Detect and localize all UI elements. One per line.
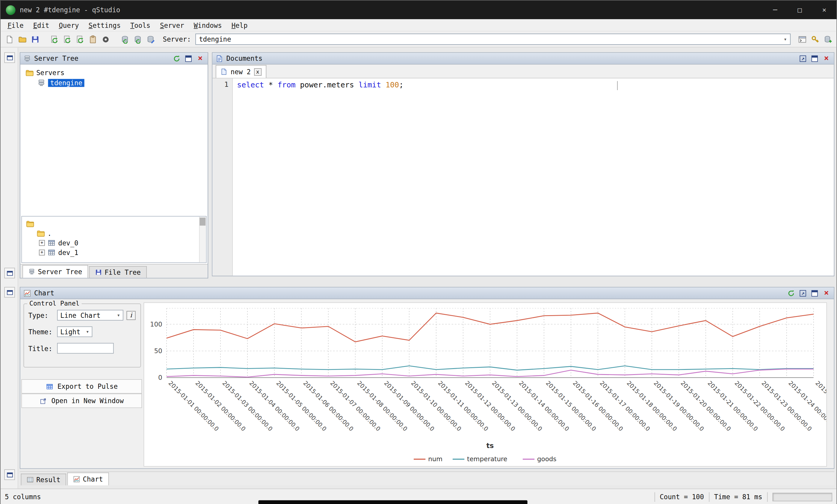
- chart-type-row: Type: Line Chart ▾ i: [28, 310, 140, 320]
- key-icon[interactable]: [809, 34, 820, 44]
- run-line-icon[interactable]: [61, 34, 72, 44]
- menu-item-settings[interactable]: Settings: [84, 20, 126, 30]
- dock-restore-bottom-button[interactable]: [4, 287, 15, 298]
- line-number: 1: [225, 80, 229, 89]
- expand-icon[interactable]: +: [39, 249, 45, 255]
- tab-new-2[interactable]: new 2 x: [216, 65, 266, 78]
- new-document-icon[interactable]: [4, 34, 15, 44]
- chart-theme-select[interactable]: Light ▾: [57, 326, 93, 337]
- menu-item-query[interactable]: Query: [54, 20, 84, 30]
- tab-chart[interactable]: Chart: [67, 472, 109, 485]
- sql-editor[interactable]: 1 select * from power.meters limit 100;: [212, 78, 834, 276]
- toolbar: Server: tdengine ▾: [1, 32, 837, 47]
- popout-panel-icon[interactable]: ↗: [799, 54, 807, 63]
- scrollbar-thumb[interactable]: [199, 218, 206, 226]
- tab-file-tree[interactable]: File Tree: [89, 266, 146, 278]
- status-divider: [709, 492, 709, 502]
- chart-title: Chart: [34, 289, 54, 297]
- x-tick-label: 2015-01-09 00:00:00.0: [383, 380, 436, 433]
- paste-clipboard-icon[interactable]: [87, 34, 98, 44]
- file-tree-node-dev1[interactable]: + dev_1: [26, 247, 206, 257]
- bottom-dock-tabs: Result Chart: [20, 471, 834, 485]
- status-count: Count = 100: [660, 493, 704, 501]
- dock-restore-top-button[interactable]: [4, 52, 15, 63]
- run-selection-icon[interactable]: [74, 34, 85, 44]
- file-tree-node-dot[interactable]: .: [26, 228, 206, 238]
- x-tick-label: 2015-01-08 00:00:00.0: [356, 380, 409, 433]
- server-selector-value: tdengine: [199, 35, 231, 43]
- open-in-new-window-button[interactable]: Open in New Window: [21, 394, 142, 408]
- refresh-icon[interactable]: [173, 54, 181, 63]
- console-icon[interactable]: [797, 34, 808, 44]
- chart-type-select[interactable]: Line Chart ▾: [57, 310, 123, 320]
- server-tree-titlebar[interactable]: Server Tree ×: [20, 53, 208, 64]
- legend-label-temperature[interactable]: temperature: [467, 455, 507, 463]
- legend-label-goods[interactable]: goods: [537, 455, 556, 463]
- file-tree-root-folder[interactable]: [26, 219, 206, 228]
- tab-label: Result: [36, 475, 60, 484]
- scrollbar[interactable]: [199, 217, 206, 262]
- menu-item-server[interactable]: Server: [155, 20, 189, 30]
- chart-titlebar[interactable]: Chart ↗ ×: [20, 287, 834, 299]
- maximize-panel-icon[interactable]: [184, 54, 193, 63]
- menu-item-help[interactable]: Help: [227, 20, 252, 30]
- tree-node-tdengine[interactable]: tdengine: [26, 78, 208, 88]
- minimize-button[interactable]: ─: [763, 1, 787, 19]
- server-selector[interactable]: tdengine ▾: [195, 34, 790, 44]
- pulse-icon: [46, 383, 53, 390]
- y-axis-labels: 050100: [150, 320, 162, 381]
- save-icon[interactable]: [29, 34, 40, 44]
- sync-database-icon[interactable]: [132, 34, 143, 44]
- menu-item-windows[interactable]: Windows: [189, 20, 227, 30]
- close-panel-icon[interactable]: ×: [196, 54, 204, 63]
- refresh-icon[interactable]: [787, 289, 796, 298]
- menu-item-file[interactable]: File: [3, 20, 29, 30]
- dock-minimize-bottom-button[interactable]: [4, 469, 15, 480]
- open-file-icon[interactable]: [17, 34, 28, 44]
- refresh-server-icon[interactable]: [119, 34, 130, 44]
- maximize-button[interactable]: □: [787, 1, 812, 19]
- documents-panel: Documents ↗ × new 2 x 1 select * from po…: [212, 52, 834, 276]
- chevron-down-icon: ▾: [784, 37, 787, 42]
- x-tick-label: 2015-01-10 00:00:00.0: [410, 380, 463, 433]
- x-tick-label: 2015-01-14 00:00:00.0: [518, 380, 571, 433]
- dock-minimize-top-button[interactable]: [4, 268, 15, 279]
- file-tree-node-dev0[interactable]: + dev_0: [26, 238, 206, 247]
- x-tick-label: 2015-01-21 00:00:00.0: [706, 380, 760, 433]
- file-tree-label: dev_0: [58, 239, 78, 247]
- chart-legend: numtemperaturegoods: [414, 455, 556, 463]
- close-button[interactable]: ×: [812, 1, 836, 19]
- maximize-panel-icon[interactable]: [811, 54, 819, 63]
- file-tree-label: dev_1: [58, 248, 78, 257]
- popout-panel-icon[interactable]: ↗: [799, 289, 807, 298]
- tab-server-tree[interactable]: Server Tree: [22, 265, 88, 278]
- legend-label-num[interactable]: num: [428, 455, 443, 463]
- maximize-panel-icon[interactable]: [811, 289, 819, 298]
- edit-server-icon[interactable]: [145, 34, 156, 44]
- close-panel-icon[interactable]: ×: [822, 289, 831, 298]
- table-icon: [48, 239, 56, 247]
- x-tick-label: 2015-01-22 00:00:00.0: [733, 380, 786, 433]
- chart-panel: Chart ↗ × Control Panel Type: Line Chart…: [20, 287, 834, 469]
- status-columns: 5 columns: [5, 493, 41, 501]
- file-tree-label: .: [48, 229, 52, 237]
- chart-title-input[interactable]: [57, 343, 114, 354]
- tab-close-icon[interactable]: x: [254, 68, 262, 75]
- button-label: Export to Pulse: [57, 382, 118, 391]
- run-query-icon[interactable]: [49, 34, 59, 44]
- x-tick-label: 2015-01-07 00:00:00.0: [329, 380, 382, 433]
- tree-node-servers[interactable]: Servers: [26, 68, 208, 78]
- x-tick-label: 2015-01-16 00:00:00.0: [572, 380, 625, 433]
- menu-item-tools[interactable]: Tools: [126, 20, 155, 30]
- server-tree-icon: [23, 55, 31, 62]
- add-database-icon[interactable]: [822, 34, 833, 44]
- documents-titlebar[interactable]: Documents ↗ ×: [212, 53, 834, 64]
- settings-gear-icon[interactable]: [100, 34, 111, 44]
- info-icon[interactable]: i: [126, 311, 136, 320]
- documents-title: Documents: [227, 54, 263, 62]
- tab-result[interactable]: Result: [21, 473, 66, 485]
- close-panel-icon[interactable]: ×: [822, 54, 831, 63]
- expand-icon[interactable]: +: [39, 240, 45, 246]
- menu-item-edit[interactable]: Edit: [29, 20, 54, 30]
- export-to-pulse-button[interactable]: Export to Pulse: [21, 379, 142, 394]
